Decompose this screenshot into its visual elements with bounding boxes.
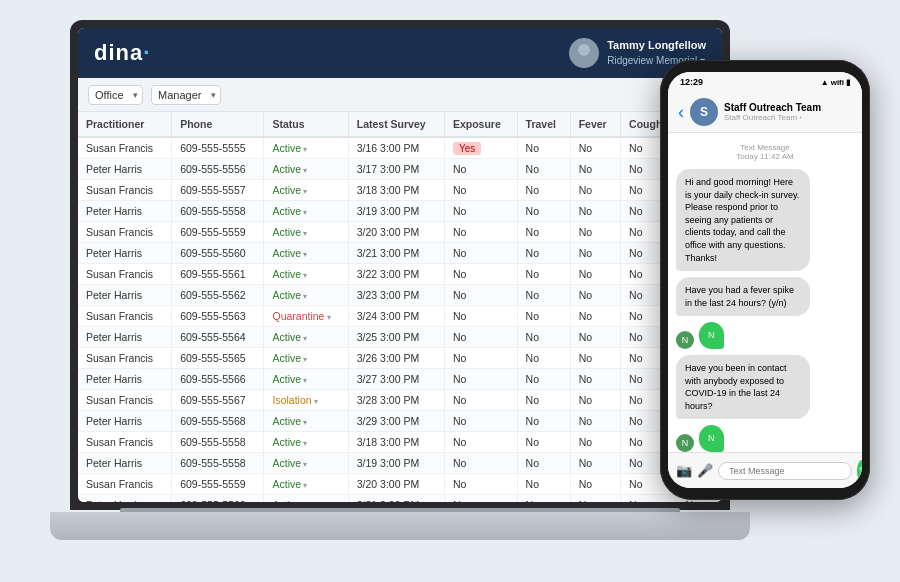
office-filter-wrap[interactable]: Office — [88, 85, 143, 105]
table-cell: 3/27 3:00 PM — [348, 369, 444, 390]
table-cell: No — [444, 201, 517, 222]
table-cell: No — [570, 369, 620, 390]
table-cell: Peter Harris — [78, 159, 172, 180]
status-dropdown-arrow[interactable]: ▾ — [301, 460, 307, 469]
status-dropdown-arrow[interactable]: ▾ — [301, 250, 307, 259]
table-cell: No — [444, 159, 517, 180]
status-badge: Active — [272, 436, 301, 448]
table-cell: Susan Francis — [78, 222, 172, 243]
table-cell: 609-555-5556 — [172, 159, 264, 180]
table-cell: 3/26 3:00 PM — [348, 348, 444, 369]
mic-icon[interactable]: 🎤 — [697, 463, 713, 478]
table-row[interactable]: Peter Harris609-555-5568Active ▾3/29 3:0… — [78, 411, 722, 432]
table-row[interactable]: Peter Harris609-555-5556Active ▾3/17 3:0… — [78, 159, 722, 180]
message-input[interactable] — [718, 462, 852, 480]
table-row[interactable]: Susan Francis609-555-5555Active ▾3/16 3:… — [78, 137, 722, 159]
status-dropdown-arrow[interactable]: ▾ — [312, 397, 318, 406]
table-row[interactable]: Peter Harris609-555-5562Active ▾3/23 3:0… — [78, 285, 722, 306]
manager-filter[interactable]: Manager — [151, 85, 221, 105]
table-cell: No — [570, 432, 620, 453]
status-badge: Active — [272, 163, 301, 175]
laptop-screen-outer: dina· Tammy Longfellow Ridgeview Memoria… — [70, 20, 730, 510]
office-filter[interactable]: Office — [88, 85, 143, 105]
scene: dina· Tammy Longfellow Ridgeview Memoria… — [0, 0, 900, 582]
table-cell: Active ▾ — [264, 453, 348, 474]
msg-bubble-4: Have you been in contact with anybody ex… — [676, 355, 810, 419]
status-dropdown-arrow[interactable]: ▾ — [301, 355, 307, 364]
status-dropdown-arrow[interactable]: ▾ — [301, 439, 307, 448]
phone-status-bar: 12:29 ▲ wifi ▮ — [668, 72, 862, 92]
status-badge: Active — [272, 331, 301, 343]
table-row[interactable]: Susan Francis609-555-5557Active ▾3/18 3:… — [78, 180, 722, 201]
table-cell: 3/19 3:00 PM — [348, 201, 444, 222]
status-dropdown-arrow[interactable]: ▾ — [301, 208, 307, 217]
table-row[interactable]: Peter Harris609-555-5566Active ▾3/27 3:0… — [78, 369, 722, 390]
table-cell: Active ▾ — [264, 201, 348, 222]
table-row[interactable]: Susan Francis609-555-5558Active ▾3/18 3:… — [78, 432, 722, 453]
table-cell: 609-555-5559 — [172, 474, 264, 495]
status-dropdown-arrow[interactable]: ▾ — [301, 376, 307, 385]
table-row[interactable]: Peter Harris609-555-5564Active ▾3/25 3:0… — [78, 327, 722, 348]
table-row[interactable]: Susan Francis609-555-5565Active ▾3/26 3:… — [78, 348, 722, 369]
status-dropdown-arrow[interactable]: ▾ — [301, 271, 307, 280]
table-cell: No — [570, 222, 620, 243]
table-cell: No — [517, 495, 570, 503]
manager-filter-wrap[interactable]: Manager — [151, 85, 221, 105]
table-cell: Quarantine ▾ — [264, 306, 348, 327]
table-cell: Active ▾ — [264, 348, 348, 369]
table-cell: Peter Harris — [78, 453, 172, 474]
table-cell: No — [444, 264, 517, 285]
table-row[interactable]: Susan Francis609-555-5563Quarantine ▾3/2… — [78, 306, 722, 327]
table-cell: 3/18 3:00 PM — [348, 432, 444, 453]
table-cell: 609-555-5555 — [172, 137, 264, 159]
signal-icon: ▲ — [821, 78, 829, 87]
table-cell: No — [444, 390, 517, 411]
table-cell: 3/16 3:00 PM — [348, 137, 444, 159]
table-cell: No — [570, 495, 620, 503]
battery-icon: ▮ — [846, 78, 850, 87]
table-row[interactable]: Susan Francis609-555-5559Active ▾3/20 3:… — [78, 474, 722, 495]
table-cell: No — [517, 159, 570, 180]
status-dropdown-arrow[interactable]: ▾ — [301, 187, 307, 196]
status-dropdown-arrow[interactable]: ▾ — [301, 418, 307, 427]
table-cell: Active ▾ — [264, 369, 348, 390]
table-cell: No — [517, 411, 570, 432]
status-badge: Active — [272, 457, 301, 469]
status-dropdown-arrow[interactable]: ▾ — [301, 166, 307, 175]
msg-bubble-2: Have you had a fever spike in the last 2… — [676, 277, 810, 316]
back-button[interactable]: ‹ — [678, 102, 684, 123]
table-row[interactable]: Susan Francis609-555-5567Isolation ▾3/28… — [78, 390, 722, 411]
exposure-badge-yes: Yes — [453, 142, 481, 155]
table-row[interactable]: Susan Francis609-555-5561Active ▾3/22 3:… — [78, 264, 722, 285]
table-cell: 609-555-5566 — [172, 369, 264, 390]
table-cell: No — [570, 159, 620, 180]
table-row[interactable]: Peter Harris609-555-5560Active ▾3/21 3:0… — [78, 495, 722, 503]
status-badge: Isolation — [272, 394, 311, 406]
status-dropdown-arrow[interactable]: ▾ — [324, 313, 330, 322]
chat-avatar: S — [690, 98, 718, 126]
svg-point-1 — [574, 57, 594, 68]
status-dropdown-arrow[interactable]: ▾ — [301, 229, 307, 238]
camera-icon[interactable]: 📷 — [676, 463, 692, 478]
table-cell: No — [517, 390, 570, 411]
table-row[interactable]: Peter Harris609-555-5558Active ▾3/19 3:0… — [78, 201, 722, 222]
table-cell: Susan Francis — [78, 180, 172, 201]
table-cell: No — [570, 264, 620, 285]
status-dropdown-arrow[interactable]: ▾ — [301, 334, 307, 343]
table-cell: Active ▾ — [264, 432, 348, 453]
table-row[interactable]: Peter Harris609-555-5558Active ▾3/19 3:0… — [78, 453, 722, 474]
table-row[interactable]: Susan Francis609-555-5559Active ▾3/20 3:… — [78, 222, 722, 243]
table-row[interactable]: Peter Harris609-555-5560Active ▾3/21 3:0… — [78, 243, 722, 264]
table-cell: Active ▾ — [264, 243, 348, 264]
send-button[interactable]: ⇧ — [857, 460, 862, 482]
table-cell: 3/18 3:00 PM — [348, 180, 444, 201]
status-dropdown-arrow[interactable]: ▾ — [301, 145, 307, 154]
msg-bubble-5: N — [699, 425, 724, 452]
status-dropdown-arrow[interactable]: ▾ — [301, 292, 307, 301]
col-practitioner: Practitioner — [78, 112, 172, 137]
status-dropdown-arrow[interactable]: ▾ — [301, 481, 307, 490]
col-exposure: Exposure — [444, 112, 517, 137]
table-cell: 3/23 3:00 PM — [348, 285, 444, 306]
svg-point-0 — [578, 44, 590, 56]
table-cell: Active ▾ — [264, 411, 348, 432]
